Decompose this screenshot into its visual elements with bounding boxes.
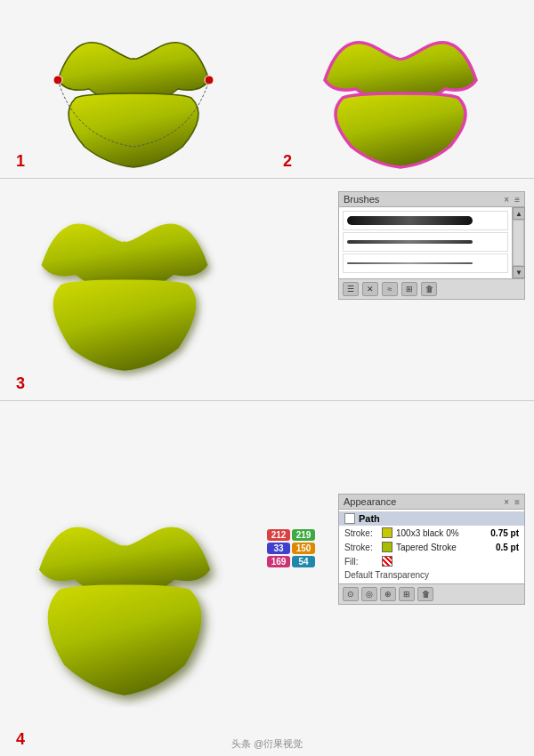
default-transparency-row: Default Transparency [339,568,524,582]
brushes-panel: Brushes × ≡ [338,191,525,300]
divider-2 [0,400,534,401]
stroke-2-row: Stroke: Tapered Stroke 0.5 pt [339,540,524,554]
brush-row-1[interactable] [343,211,508,230]
color-badge: 169 [267,556,290,567]
step-4-row: 4 Appearance × ≡ Path Stroke: [0,480,534,756]
stroke-2-swatch[interactable] [382,542,392,552]
step-1-lip-svg [31,9,236,169]
step-4-lip-svg [9,489,240,720]
appearance-toolbar: ⊙ ◎ ⊕ ⊞ 🗑 [339,583,524,604]
app-btn-3[interactable]: ⊕ [380,587,396,601]
color-badge: 219 [292,529,315,541]
brushes-title: Brushes [344,194,379,205]
stroke-1-desc: 100x3 black 0% [396,528,485,538]
stroke-1-label: Stroke: [344,528,378,538]
app-btn-5[interactable]: 🗑 [417,587,433,601]
app-btn-1[interactable]: ⊙ [343,587,359,601]
step-2-lip-svg [298,9,503,169]
step-2-cell: 2 [267,0,534,178]
brush-row-3[interactable] [343,253,508,273]
color-badge: 33 [267,543,290,554]
stroke-1-swatch[interactable] [382,527,392,538]
fill-swatch[interactable] [382,556,392,567]
brush-row-2[interactable] [343,232,508,252]
color-badge: 150 [292,543,315,554]
color-badges-container: 2122193315016954 [267,529,336,567]
stroke-2-value: 0.5 pt [496,543,519,552]
step-1-lip-wrapper [0,0,267,178]
fill-label: Fill: [344,557,378,567]
appearance-path-row: Path [339,511,524,526]
path-icon [344,513,355,524]
appearance-title: Appearance [344,496,396,507]
brush-delete-btn[interactable]: ✕ [362,282,378,296]
brush-stroke-medium [347,240,473,244]
brush-stroke-thick [347,216,473,225]
appearance-panel: Appearance × ≡ Path Stroke: 100x3 black … [338,494,525,605]
step-3-number: 3 [16,374,25,393]
watermark: 头条 @衍果视觉 [231,737,303,751]
appearance-title-bar: Appearance × ≡ [339,495,524,510]
scroll-down[interactable]: ▼ [513,266,525,278]
step-1-cell: 1 [0,0,267,178]
step-3-row: 3 Brushes × ≡ [0,178,534,400]
brushes-title-bar: Brushes × ≡ [339,192,524,207]
color-badge: 212 [267,529,290,541]
brush-new-btn[interactable]: ☰ [343,282,359,296]
stroke-2-label: Stroke: [344,543,378,552]
main-container: 1 2 [0,0,534,756]
stroke-1-value: 0.75 pt [490,528,519,538]
stroke-2-desc: Tapered Stroke [396,543,490,552]
scroll-track[interactable] [513,220,524,266]
appearance-content: Path Stroke: 100x3 black 0% 0.75 pt Stro… [339,510,524,583]
appearance-close[interactable]: × [504,497,509,507]
step-1-number: 1 [16,152,25,171]
default-transparency-label: Default Transparency [344,570,429,580]
brushes-menu[interactable]: ≡ [514,195,520,205]
color-badge: 54 [292,556,315,567]
step-2-lip-wrapper [267,0,534,178]
step-4-number: 4 [16,730,25,749]
stroke-1-row: Stroke: 100x3 black 0% 0.75 pt [339,526,524,540]
appearance-menu[interactable]: ≡ [514,497,520,507]
path-label: Path [359,513,380,524]
fill-row: Fill: [339,554,524,568]
brush-stroke-thin [347,262,473,264]
brushes-content [339,207,512,278]
brushes-close[interactable]: × [504,195,509,205]
brushes-scrollbar[interactable]: ▲ ▼ [512,207,524,278]
brush-options-btn[interactable]: ≈ [382,282,398,296]
step-2-number: 2 [283,152,292,171]
brush-copy-btn[interactable]: ⊞ [401,282,417,296]
brush-trash-btn[interactable]: 🗑 [421,282,437,296]
app-btn-4[interactable]: ⊞ [399,587,415,601]
app-btn-2[interactable]: ◎ [361,587,377,601]
scroll-up[interactable]: ▲ [513,207,525,220]
step-3-lip-svg [9,187,240,382]
step-1-2-row: 1 2 [0,0,534,178]
brushes-toolbar: ☰ ✕ ≈ ⊞ 🗑 [339,278,524,299]
